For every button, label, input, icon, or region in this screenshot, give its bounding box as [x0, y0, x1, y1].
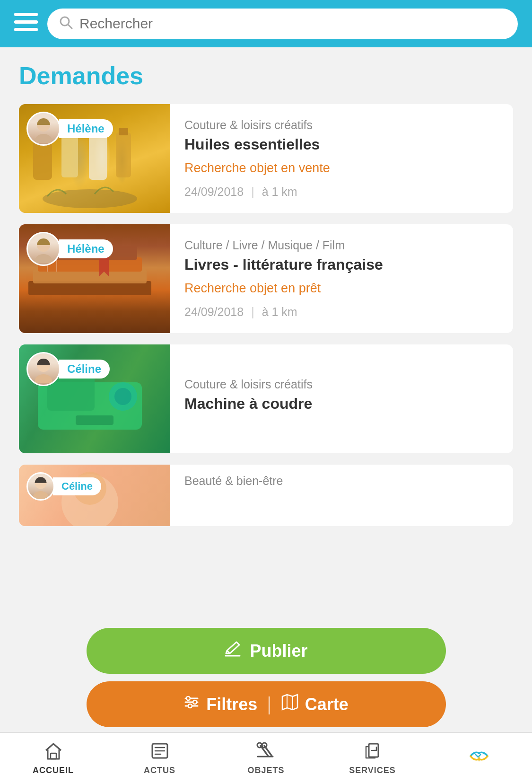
- card-meta-1: 24/09/2018 | à 1 km: [184, 185, 499, 199]
- home-icon: [44, 742, 63, 763]
- meta-divider-2: |: [251, 305, 254, 319]
- card-item[interactable]: Hélène Culture / Livre / Musique / Film …: [19, 224, 513, 333]
- nav-item-services[interactable]: SERVICES: [319, 733, 426, 784]
- card-title-3: Machine à coudre: [184, 395, 499, 413]
- card-image-1: Hélène: [19, 104, 170, 213]
- card-item[interactable]: Céline Couture & loisirs créatifs Machin…: [19, 344, 513, 453]
- filtres-icon: [183, 694, 200, 714]
- meta-divider-1: |: [251, 185, 254, 199]
- float-buttons-container: Publier Filtres |: [87, 628, 446, 727]
- svg-point-42: [188, 704, 192, 708]
- card-item[interactable]: Céline Beauté & bien-être: [19, 465, 513, 526]
- search-bar: [47, 9, 518, 39]
- card-image-3: Céline: [19, 344, 170, 453]
- filters-map-button[interactable]: Filtres | Carte: [87, 681, 446, 727]
- avatar-2: [26, 232, 61, 266]
- nav-label-objets: OBJETS: [247, 766, 284, 775]
- filtres-label: Filtres: [206, 695, 257, 714]
- publier-button[interactable]: Publier: [87, 628, 446, 674]
- card-type-1: Recherche objet en vente: [184, 161, 499, 176]
- bottom-nav: ACCUEIL ACTUS OBJETS: [0, 732, 532, 784]
- svg-point-28: [114, 388, 131, 405]
- svg-point-14: [43, 189, 137, 208]
- actus-icon: [150, 742, 169, 763]
- card-meta-2: 24/09/2018 | à 1 km: [184, 305, 499, 319]
- svg-point-40: [186, 696, 190, 700]
- svg-point-31: [35, 374, 52, 383]
- page-title: Demandes: [19, 62, 513, 90]
- card-image-2: Hélène: [19, 224, 170, 333]
- svg-rect-2: [14, 28, 38, 31]
- card-date-2: 24/09/2018: [184, 305, 244, 319]
- avatar-badge-2: Hélène: [26, 232, 113, 266]
- avatar-4: [26, 472, 55, 501]
- nav-label-services: SERVICES: [349, 766, 396, 775]
- avatar-3: [26, 352, 61, 386]
- carte-part: Carte: [281, 694, 349, 715]
- nav-item-objets[interactable]: OBJETS: [213, 733, 319, 784]
- user-name-3: Céline: [59, 360, 110, 379]
- card-title-2: Livres - littérature française: [184, 256, 499, 273]
- svg-point-41: [193, 700, 197, 704]
- svg-point-24: [35, 254, 52, 263]
- svg-rect-13: [119, 128, 128, 135]
- card-type-2: Recherche objet en prêt: [184, 281, 499, 296]
- svg-rect-29: [76, 415, 113, 425]
- profile-icon: [469, 747, 489, 767]
- user-name-2: Hélène: [59, 239, 113, 258]
- services-icon: [363, 742, 382, 763]
- card-category-1: Couture & loisirs créatifs: [184, 118, 499, 132]
- header: [0, 0, 532, 47]
- card-distance-2: à 1 km: [262, 305, 297, 319]
- nav-item-accueil[interactable]: ACCUEIL: [0, 733, 106, 784]
- search-input[interactable]: [79, 16, 506, 32]
- card-content-1: Couture & loisirs créatifs Huiles essent…: [170, 104, 513, 213]
- card-category-4: Beauté & bien-être: [184, 474, 499, 488]
- carte-label: Carte: [305, 695, 349, 714]
- user-name-4: Céline: [53, 477, 101, 495]
- publier-icon: [224, 640, 241, 661]
- card-category-3: Couture & loisirs créatifs: [184, 378, 499, 391]
- user-name-1: Hélène: [59, 119, 113, 138]
- nav-item-actus[interactable]: ACTUS: [106, 733, 213, 784]
- btn-divider: |: [267, 694, 271, 715]
- nav-item-profile[interactable]: [426, 733, 532, 784]
- hamburger-icon[interactable]: [14, 13, 38, 35]
- search-icon: [59, 15, 73, 33]
- svg-rect-0: [14, 13, 38, 16]
- avatar-1: [26, 112, 61, 146]
- avatar-badge-4: Céline: [26, 472, 101, 501]
- nav-label-actus: ACTUS: [144, 766, 175, 775]
- card-content-3: Couture & loisirs créatifs Machine à cou…: [170, 344, 513, 453]
- card-content-2: Culture / Livre / Musique / Film Livres …: [170, 224, 513, 333]
- main-content: Demandes: [0, 47, 532, 613]
- objets-icon: [256, 742, 277, 763]
- nav-label-accueil: ACCUEIL: [33, 766, 74, 775]
- card-item[interactable]: Hélène Couture & loisirs créatifs Huiles…: [19, 104, 513, 213]
- svg-rect-1: [14, 20, 38, 24]
- svg-point-16: [35, 134, 52, 143]
- publier-label: Publier: [250, 641, 307, 661]
- filtres-part: Filtres: [183, 694, 257, 714]
- svg-marker-43: [282, 695, 297, 710]
- svg-line-4: [68, 25, 72, 28]
- svg-rect-12: [116, 132, 131, 177]
- avatar-badge-3: Céline: [26, 352, 110, 386]
- carte-icon: [281, 694, 298, 715]
- svg-point-35: [33, 491, 48, 501]
- card-distance-1: à 1 km: [262, 185, 297, 199]
- card-category-2: Culture / Livre / Musique / Film: [184, 238, 499, 252]
- card-image-4: Céline: [19, 465, 170, 526]
- card-date-1: 24/09/2018: [184, 185, 244, 199]
- svg-rect-46: [51, 753, 56, 759]
- card-content-4: Beauté & bien-être: [170, 465, 513, 526]
- card-title-1: Huiles essentielles: [184, 136, 499, 153]
- avatar-badge-1: Hélène: [26, 112, 113, 146]
